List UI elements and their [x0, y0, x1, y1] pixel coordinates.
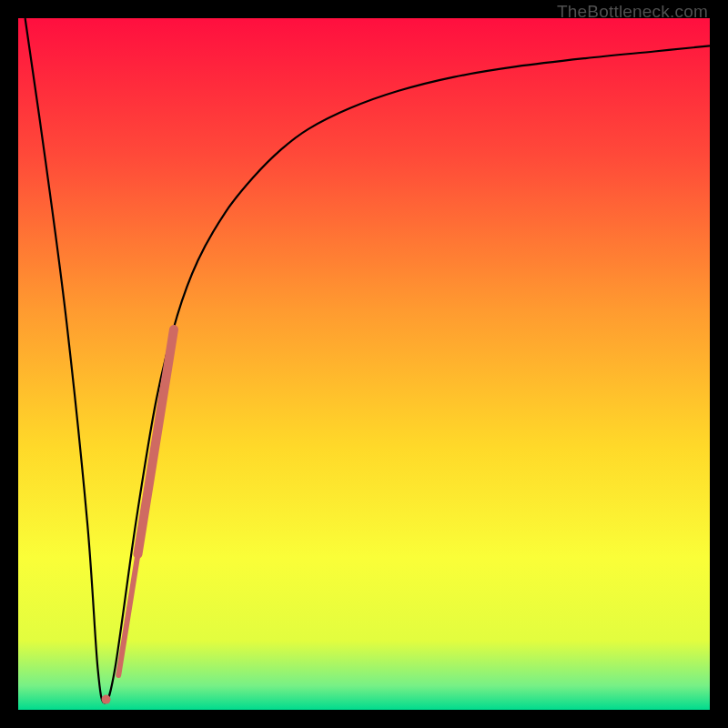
plot-area [18, 18, 710, 710]
highlight-dot [102, 695, 111, 704]
curve-layer [18, 18, 710, 710]
highlight-segment [137, 329, 174, 554]
chart-frame: TheBottleneck.com [0, 0, 728, 728]
